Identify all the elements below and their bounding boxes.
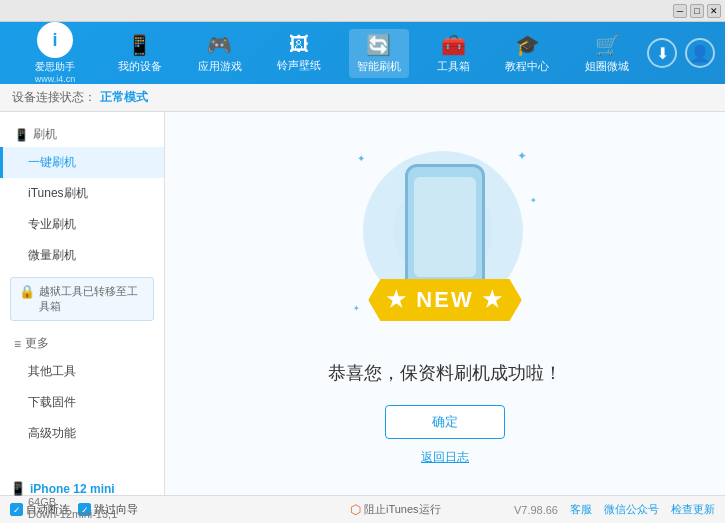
device-icon-bottom: 📱 [10, 481, 26, 496]
itunes-label: iTunes刷机 [28, 186, 88, 200]
stop-itunes[interactable]: ⬡ 阻止iTunes运行 [350, 502, 441, 517]
advanced-label: 高级功能 [28, 426, 76, 440]
save-data-label: 微量刷机 [28, 248, 76, 262]
nav-apps-games-label: 应用游戏 [198, 59, 242, 74]
bottom-bar: ✓ 自动断连 ✓ 跳过向导 📱 iPhone 12 mini 64GB Down… [0, 495, 725, 523]
nav-tutorial[interactable]: 🎓 教程中心 [497, 29, 557, 78]
nav-my-device-label: 我的设备 [118, 59, 162, 74]
sidebar-item-advanced[interactable]: 高级功能 [0, 418, 164, 449]
pro-label: 专业刷机 [28, 217, 76, 231]
title-bar: ─ □ ✕ [0, 0, 725, 22]
nav-toolbox-label: 工具箱 [437, 59, 470, 74]
new-banner: ★ NEW ★ [368, 279, 522, 321]
sparkle-tl: ✦ [357, 153, 365, 164]
wechat-link[interactable]: 微信公众号 [604, 502, 659, 517]
status-value: 正常模式 [100, 89, 148, 106]
content-area: ✦ ✦ ✦ ✦ ★ NEW ★ 恭喜您，保资料刷机成功啦！ 确定 返回日志 [165, 112, 725, 495]
header-right: ⬇ 👤 [647, 38, 715, 68]
sidebar-item-other-tools[interactable]: 其他工具 [0, 356, 164, 387]
other-tools-label: 其他工具 [28, 364, 76, 378]
download-button[interactable]: ⬇ [647, 38, 677, 68]
bottom-right: V7.98.66 客服 微信公众号 检查更新 [441, 502, 715, 517]
notice-text: 越狱工具已转移至工具箱 [39, 284, 145, 314]
nav-ringtone[interactable]: 🖼 铃声壁纸 [269, 29, 329, 77]
nav-tutorial-label: 教程中心 [505, 59, 549, 74]
lock-icon: 🔒 [19, 284, 35, 299]
user-button[interactable]: 👤 [685, 38, 715, 68]
download-firmware-label: 下载固件 [28, 395, 76, 409]
logo-icon: i [37, 22, 73, 58]
back-link[interactable]: 返回日志 [421, 449, 469, 466]
more-label: 更多 [25, 335, 49, 352]
new-badge-text: ★ NEW ★ [386, 287, 504, 312]
smart-shop-icon: 🔄 [366, 33, 391, 57]
status-label: 设备连接状态： [12, 89, 96, 106]
jailbreak-notice: 🔒 越狱工具已转移至工具箱 [10, 277, 154, 321]
sparkle-r: ✦ [530, 196, 537, 205]
service-link[interactable]: 客服 [570, 502, 592, 517]
success-message: 恭喜您，保资料刷机成功啦！ [328, 361, 562, 385]
confirm-button[interactable]: 确定 [385, 405, 505, 439]
more-icon: ≡ [14, 337, 21, 351]
device-info-bar: 📱 iPhone 12 mini 64GB Down-12mini-13,1 [0, 479, 165, 523]
sidebar-item-itunes[interactable]: iTunes刷机 [0, 178, 164, 209]
sparkle-tr: ✦ [517, 149, 527, 163]
success-illustration: ✦ ✦ ✦ ✦ ★ NEW ★ [345, 141, 545, 341]
nav-micro-shop-label: 姐圈微城 [585, 59, 629, 74]
version-label: V7.98.66 [514, 504, 558, 516]
nav-bar: 📱 我的设备 🎮 应用游戏 🖼 铃声壁纸 🔄 智能刷机 🧰 工具箱 🎓 教程中心… [100, 29, 647, 78]
header: i 爱思助手 www.i4.cn 📱 我的设备 🎮 应用游戏 🖼 铃声壁纸 🔄 … [0, 22, 725, 84]
sparkle-bl: ✦ [353, 304, 360, 313]
more-section-header: ≡ 更多 [0, 327, 164, 356]
device-model: Down-12mini-13,1 [10, 508, 155, 520]
nav-smart-shop[interactable]: 🔄 智能刷机 [349, 29, 409, 78]
phone-screen [414, 177, 476, 277]
tutorial-icon: 🎓 [515, 33, 540, 57]
sidebar-item-save-data[interactable]: 微量刷机 [0, 240, 164, 271]
status-bar: 设备连接状态： 正常模式 [0, 84, 725, 112]
flash-section-icon: 📱 [14, 128, 29, 142]
close-button[interactable]: ✕ [707, 4, 721, 18]
nav-micro-shop[interactable]: 🛒 姐圈微城 [577, 29, 637, 78]
micro-shop-icon: 🛒 [595, 33, 620, 57]
nav-my-device[interactable]: 📱 我的设备 [110, 29, 170, 78]
stop-icon: ⬡ [350, 502, 361, 517]
logo-area: i 爱思助手 www.i4.cn [10, 22, 100, 84]
nav-toolbox[interactable]: 🧰 工具箱 [429, 29, 478, 78]
maximize-button[interactable]: □ [690, 4, 704, 18]
device-icon: 📱 [127, 33, 152, 57]
apps-icon: 🎮 [207, 33, 232, 57]
flash-section-header: 📱 刷机 [0, 120, 164, 147]
device-storage: 64GB [10, 496, 155, 508]
main-content: 📱 刷机 一键刷机 iTunes刷机 专业刷机 微量刷机 🔒 越狱工具已转移至工… [0, 112, 725, 495]
nav-ringtone-label: 铃声壁纸 [277, 58, 321, 73]
device-name: iPhone 12 mini [30, 482, 115, 496]
one-click-label: 一键刷机 [28, 155, 76, 169]
flash-section-label: 刷机 [33, 126, 57, 143]
ringtone-icon: 🖼 [289, 33, 309, 56]
minimize-button[interactable]: ─ [673, 4, 687, 18]
logo-site: 爱思助手 www.i4.cn [35, 60, 76, 84]
update-link[interactable]: 检查更新 [671, 502, 715, 517]
nav-smart-shop-label: 智能刷机 [357, 59, 401, 74]
toolbox-icon: 🧰 [441, 33, 466, 57]
sidebar-item-one-click[interactable]: 一键刷机 [0, 147, 164, 178]
sidebar-item-download-firmware[interactable]: 下载固件 [0, 387, 164, 418]
nav-apps-games[interactable]: 🎮 应用游戏 [190, 29, 250, 78]
sidebar: 📱 刷机 一键刷机 iTunes刷机 专业刷机 微量刷机 🔒 越狱工具已转移至工… [0, 112, 165, 495]
sidebar-item-pro[interactable]: 专业刷机 [0, 209, 164, 240]
stop-itunes-label: 阻止iTunes运行 [364, 502, 441, 517]
